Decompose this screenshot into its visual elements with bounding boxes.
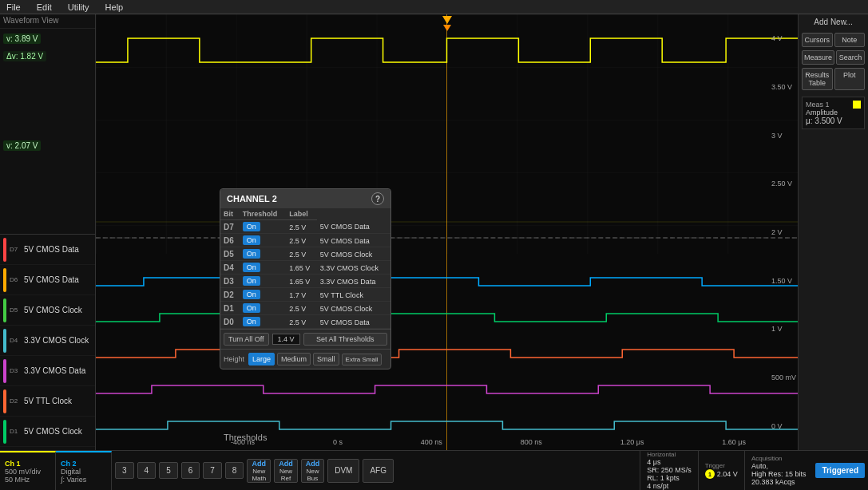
add-new-math-button[interactable]: Add New Math xyxy=(247,459,271,483)
on-btn-d6[interactable]: On xyxy=(243,235,260,245)
tab-5[interactable]: 5 xyxy=(159,462,178,479)
ch-name-d1: 5V CMOS Clock xyxy=(24,427,82,436)
horizontal-title: Horizontal xyxy=(647,451,692,458)
waveform-display[interactable]: 4 V 3.50 V 3 V 2.50 V 2 V 1.50 V 1 V 500… xyxy=(96,14,798,490)
trigger-section: Trigger 1 2.04 V xyxy=(698,451,744,490)
height-medium-button[interactable]: Medium xyxy=(277,353,311,366)
bit-label-d3: D3 xyxy=(224,277,234,286)
tab-4[interactable]: 4 xyxy=(137,462,157,479)
horizontal-div: 4 μs xyxy=(647,458,692,466)
on-btn-d1[interactable]: On xyxy=(243,303,260,313)
waveform-view-title: Waveform View xyxy=(0,14,95,29)
ch-label-d5[interactable]: D5 5V CMOS Clock xyxy=(0,295,95,326)
on-btn-d2[interactable]: On xyxy=(243,290,260,299)
dvm-button[interactable]: DVM xyxy=(327,459,359,483)
bit-label-d0: D0 xyxy=(224,318,234,326)
right-panel: Add New... Cursors Note Measure Search R… xyxy=(798,14,868,490)
ch2-status: Ch 2 Digital ∫: Varies xyxy=(56,451,112,490)
tab-6[interactable]: 6 xyxy=(181,462,200,479)
ch1-label: Ch 1 xyxy=(5,460,50,468)
ch-color-bar-d4 xyxy=(3,329,6,353)
ch-num-d4: D4 xyxy=(10,337,21,344)
bit-label-d7: D7 xyxy=(224,223,234,231)
measure-search-row: Measure Search xyxy=(802,50,865,65)
threshold-d0: 2.5 V xyxy=(289,318,306,326)
meas1-indicator xyxy=(853,101,861,109)
search-button[interactable]: Search xyxy=(836,50,865,65)
ch-label-d3[interactable]: D3 3.3V CMOS Data xyxy=(0,356,95,386)
results-table-button[interactable]: Results Table xyxy=(802,68,833,90)
cursors-button[interactable]: Cursors xyxy=(802,33,833,47)
ch-label-d2[interactable]: D2 5V TTL Clock xyxy=(0,386,95,417)
turn-all-off-button[interactable]: Turn All Off xyxy=(224,333,269,346)
ch-color-bar-d6 xyxy=(3,268,6,292)
ch-num-d7: D7 xyxy=(10,246,21,253)
ch-label-d1[interactable]: D1 5V CMOS Clock xyxy=(0,417,95,447)
y-label-500mv: 500 mV xyxy=(771,373,796,381)
tab-3[interactable]: 3 xyxy=(115,462,134,479)
add-new-ref-button[interactable]: Add New Ref xyxy=(274,459,298,483)
horizontal-npt: 4 ns/pt xyxy=(647,482,692,490)
y-label-15v: 1.50 V xyxy=(771,277,796,285)
on-btn-d7[interactable]: On xyxy=(243,222,260,231)
menu-utility[interactable]: Utility xyxy=(65,2,93,12)
ch-label-d6[interactable]: D6 5V CMOS Data xyxy=(0,265,95,295)
x-label-0: 0 s xyxy=(333,438,343,446)
on-btn-d0[interactable]: On xyxy=(243,317,260,326)
triggered-button[interactable]: Triggered xyxy=(815,463,865,478)
label-d4: 3.3V CMOS Clock xyxy=(320,264,379,272)
thresholds-label: Thresholds xyxy=(224,433,267,442)
plot-button[interactable]: Plot xyxy=(834,68,866,90)
y-label-25v: 2.50 V xyxy=(771,180,796,188)
analog-area: v: 3.89 V Δv: 1.82 V v: 2.07 V xyxy=(0,29,95,235)
ch-color-bar-d5 xyxy=(3,298,6,322)
cursors-note-row: Cursors Note xyxy=(802,33,865,47)
menu-file[interactable]: File xyxy=(3,2,24,12)
measure-button[interactable]: Measure xyxy=(802,50,834,65)
svg-rect-0 xyxy=(96,14,798,254)
menu-help[interactable]: Help xyxy=(102,2,127,12)
ch-name-d7: 5V CMOS Data xyxy=(24,245,79,254)
threshold-d2: 1.7 V xyxy=(289,291,306,299)
afg-button[interactable]: AFG xyxy=(363,459,394,483)
label-d2: 5V TTL Clock xyxy=(320,291,363,299)
threshold-d1: 2.5 V xyxy=(289,305,306,313)
ch2-row-d2: D2 On 1.7 V 5V TTL Clock xyxy=(220,288,390,302)
height-extra-small-button[interactable]: Extra Small xyxy=(342,354,382,366)
ch2-row-d3: D3 On 1.65 V 3.3V CMOS Data xyxy=(220,275,390,288)
ch2-row-d4: D4 On 1.65 V 3.3V CMOS Clock xyxy=(220,261,390,275)
tab-7[interactable]: 7 xyxy=(203,462,222,479)
bit-label-d1: D1 xyxy=(224,304,234,313)
ch2-dialog-title: CHANNEL 2 xyxy=(227,194,277,204)
ch2-value: Digital xyxy=(61,468,106,476)
on-btn-d4[interactable]: On xyxy=(243,263,260,272)
menu-edit[interactable]: Edit xyxy=(34,2,55,12)
threshold-value-input[interactable] xyxy=(272,334,300,345)
on-btn-d3[interactable]: On xyxy=(243,276,260,286)
y-label-35v: 3.50 V xyxy=(771,83,796,91)
status-right: Horizontal 4 μs SR: 250 MS/s RL: 1 kpts … xyxy=(640,451,868,490)
ch-name-d3: 3.3V CMOS Data xyxy=(24,366,85,375)
ch2-help-button[interactable]: ? xyxy=(371,192,384,205)
height-small-button[interactable]: Small xyxy=(313,353,339,366)
bit-label-d2: D2 xyxy=(224,290,234,299)
col-label: Label xyxy=(286,208,317,220)
meas1-label: Meas 1 xyxy=(806,101,830,109)
note-button[interactable]: Note xyxy=(834,33,866,47)
ch2-label: Ch 2 xyxy=(61,460,106,468)
tab-8[interactable]: 8 xyxy=(225,462,244,479)
x-label-800: 800 ns xyxy=(521,438,542,446)
analog-b-label: v: 2.07 V xyxy=(3,140,41,151)
ch-label-d7[interactable]: D7 5V CMOS Data xyxy=(0,235,95,265)
ch1-status: Ch 1 500 mV/div 50 MHz xyxy=(0,451,56,490)
y-axis-labels: 4 V 3.50 V 3 V 2.50 V 2 V 1.50 V 1 V 500… xyxy=(771,14,796,450)
ch-name-d4: 3.3V CMOS Clock xyxy=(24,336,89,345)
acquisition-section: Acquisition Auto, High Res: 15 bits 20.3… xyxy=(744,451,813,490)
set-all-thresholds-button[interactable]: Set All Thresholds xyxy=(303,333,387,346)
add-new-bus-button[interactable]: Add New Bus xyxy=(301,459,325,483)
label-d1: 5V CMOS Clock xyxy=(320,305,373,313)
on-btn-d5[interactable]: On xyxy=(243,249,260,259)
ch-label-d4[interactable]: D4 3.3V CMOS Clock xyxy=(0,326,95,356)
height-large-button[interactable]: Large xyxy=(248,353,275,366)
x-label-1600: 1.60 μs xyxy=(722,438,746,446)
